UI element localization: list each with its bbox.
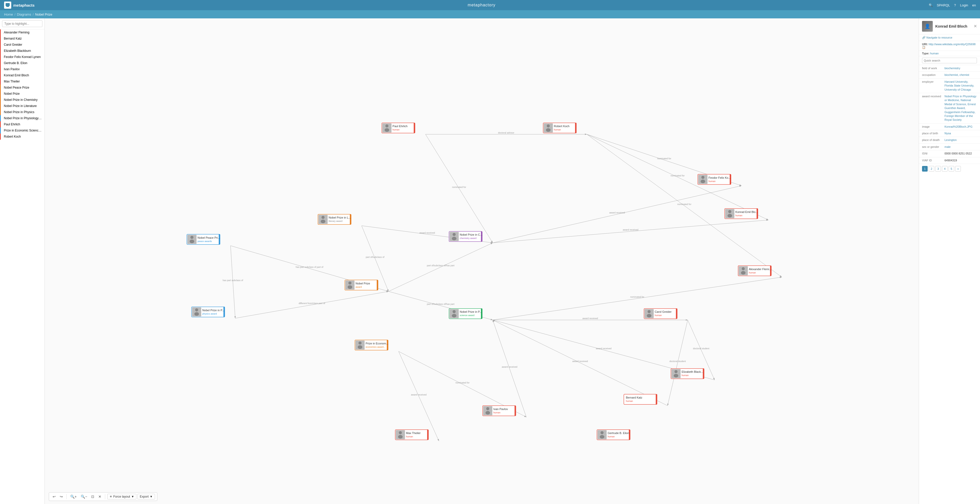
svg-point-15 [702, 176, 705, 179]
page-button[interactable]: 2 [929, 166, 934, 172]
property-row: ISNI0000 0000 8251 0522 [919, 150, 980, 157]
page-button[interactable]: 1 [922, 166, 928, 172]
node-sublabel: human [655, 314, 662, 316]
property-value[interactable]: Nysa [945, 132, 951, 135]
property-row: sex or gendermale [919, 144, 980, 150]
fit-button[interactable]: ⊡ [90, 493, 96, 500]
panel-search-input[interactable] [922, 58, 977, 63]
sidebar-item[interactable]: Bernard Katz [0, 35, 45, 41]
breadcrumb-current: Nobel Prize [35, 13, 52, 16]
edge-label: award received [573, 360, 588, 362]
property-value[interactable]: Nobel Prize in Physiology or Medicine, N… [945, 94, 977, 122]
zoom-in-button[interactable]: 🔍+ [69, 493, 78, 500]
svg-point-48 [398, 435, 402, 439]
force-layout-button[interactable]: ✳ Force layout ▼ [107, 494, 137, 499]
graph-node[interactable]: Robert Kochhuman [543, 123, 576, 133]
property-value[interactable]: biochemistry [945, 67, 960, 70]
export-button[interactable]: Export ▼ [137, 494, 155, 499]
sidebar-item[interactable]: Paul Ehrlich [0, 121, 45, 127]
type-link[interactable]: human [930, 52, 939, 55]
sidebar-item[interactable]: Carol Greider [0, 41, 45, 48]
property-value[interactable]: biochemist, chemist [945, 73, 969, 77]
page-button[interactable]: 3 [935, 166, 941, 172]
sidebar-item[interactable]: Alexander Fleming [0, 29, 45, 35]
sidebar-item[interactable]: Gertrude B. Elion [0, 60, 45, 66]
search-icon[interactable]: 🔍 [929, 3, 933, 7]
sidebar-search-input[interactable] [2, 21, 42, 27]
graph-node[interactable]: Alexander Flemi...human [738, 266, 772, 276]
sidebar-item[interactable]: Max Theiler [0, 78, 45, 84]
sidebar-item[interactable]: Nobel Peace Prize [0, 84, 45, 91]
breadcrumb-diagrams[interactable]: Diagrams [17, 13, 31, 16]
zoom-out-button[interactable]: 🔍− [79, 493, 89, 500]
node-sublabel: human [608, 435, 615, 438]
breadcrumb-home[interactable]: Home [4, 13, 13, 16]
property-key: employer [922, 80, 942, 92]
sidebar-item[interactable]: Nobel Prize in Chemistry [0, 97, 45, 103]
svg-point-35 [486, 407, 489, 410]
graph-node[interactable]: Nobel Prize in P...physics award [192, 307, 225, 317]
graph-node[interactable]: Feodor Felix Ko...human [698, 174, 731, 184]
sidebar-item[interactable]: Nobel Prize [0, 91, 45, 97]
sidebar-item[interactable]: Elizabeth Blackburn [0, 48, 45, 54]
graph-node[interactable]: Nobel Prize in C...chemistry award [449, 231, 482, 242]
graph-node[interactable]: Carol Greiderhuman [644, 308, 677, 319]
sidebar-item[interactable]: Ivan Pavlov [0, 66, 45, 72]
login-button[interactable]: Login [960, 3, 968, 7]
canvas-area[interactable]: doctoral advisornominated foraward recei… [45, 18, 919, 504]
close-button[interactable]: ✕ [974, 24, 977, 29]
property-value[interactable]: Konrad%20Bloch.JPG [945, 125, 972, 129]
node-sublabel: human [393, 129, 400, 131]
node-label: Nobel Peace Pri... [197, 236, 220, 239]
graph-node[interactable]: Gertrude B. Elionhuman [597, 430, 630, 440]
graph-node[interactable]: Max Theilerhuman [395, 430, 428, 440]
navigate-resource-link[interactable]: 🔗 Navigate to resource [919, 35, 980, 41]
svg-point-36 [485, 411, 490, 415]
node-label: Nobel Prize in P... [202, 309, 224, 312]
graph-node[interactable]: Ivan Pavlovhuman [483, 406, 516, 416]
sidebar-item[interactable]: Prize in Economic Sciences in Memory of … [0, 127, 45, 134]
sidebar-item[interactable]: Feodor Felix Konrad Lynen [0, 54, 45, 60]
redo-button[interactable]: ↪ [58, 493, 64, 500]
logo[interactable]: metaphacts [4, 2, 35, 9]
node-sublabel: human [708, 180, 716, 183]
page-button[interactable]: 5 [948, 166, 954, 172]
svg-point-6 [385, 128, 389, 132]
graph-edge [587, 134, 768, 220]
language-selector[interactable]: en [972, 3, 976, 7]
graph-node[interactable]: Elizabeth Black...human [671, 369, 704, 378]
sidebar-item[interactable]: Nobel Prize in Literature [0, 103, 45, 109]
svg-point-21 [727, 214, 732, 218]
property-value[interactable]: Lexington [945, 138, 957, 142]
help-icon[interactable]: ? [954, 3, 956, 7]
property-value[interactable]: male [945, 145, 951, 149]
sidebar-item[interactable]: Nobel Prize in Physiology or Medicine [0, 115, 45, 121]
clear-button[interactable]: ✕ [97, 493, 103, 500]
graph-node[interactable]: Nobel Peace Pri...peace awards [187, 234, 220, 245]
graph-node[interactable]: Bernard Katzhuman [624, 394, 657, 404]
uri-link[interactable]: http://www.wikidata.org/entity/Q35698 [929, 43, 976, 46]
property-key: ISNI [922, 152, 942, 156]
sidebar-item[interactable]: Robert Koch [0, 134, 45, 140]
graph-node[interactable]: Konrad Emil Blo...human [725, 208, 758, 219]
graph-node[interactable]: Nobel Prizeaward [345, 280, 378, 290]
sparql-link[interactable]: SPARQL [937, 3, 950, 7]
undo-button[interactable]: ↩ [51, 493, 57, 500]
node-sublabel: physics award [202, 313, 217, 315]
graph-node[interactable]: Nobel Prize in P...science award [449, 308, 482, 319]
svg-point-57 [321, 216, 325, 219]
node-label: Alexander Flemi... [749, 267, 772, 270]
property-value[interactable]: Harvard University, Florida State Univer… [945, 80, 977, 92]
svg-rect-0 [6, 3, 10, 6]
sidebar-item[interactable]: Konrad Emil Bloch [0, 72, 45, 78]
page-button[interactable]: 4 [942, 166, 948, 172]
graph-edge [235, 291, 388, 318]
graph-node[interactable]: Nobel Prize in L...literary award [318, 214, 351, 224]
copy-uri-icon[interactable]: 📋 [922, 46, 926, 49]
edge-label: has part subclass of [223, 279, 243, 281]
page-button[interactable]: » [955, 166, 961, 172]
node-sublabel: human [493, 411, 501, 414]
graph-node[interactable]: Paul Ehrlichhuman [382, 123, 415, 133]
sidebar-item[interactable]: Nobel Prize in Physics [0, 109, 45, 115]
graph-node[interactable]: Prize in Econom...economics award... [355, 340, 388, 350]
